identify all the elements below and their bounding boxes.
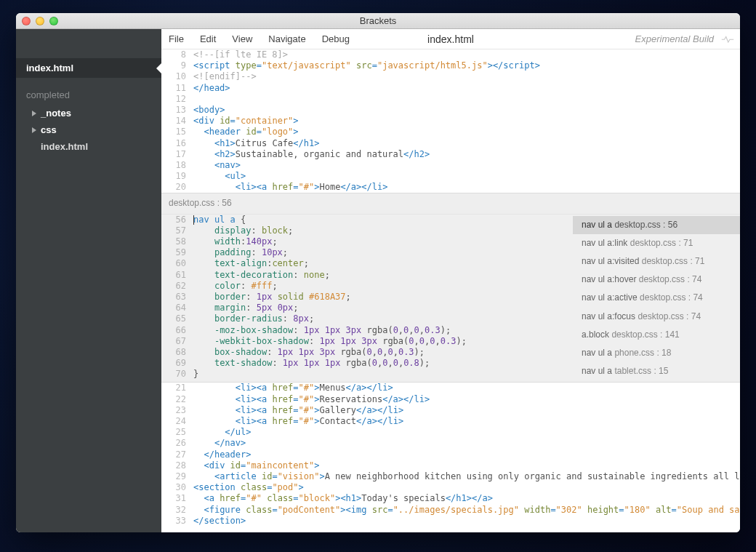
rule-location: phone.css : 18	[614, 348, 671, 358]
code-editor[interactable]: 891011121314151617181920 <!--[if lte IE …	[161, 49, 740, 532]
sidebar-item-label: index.html	[41, 141, 88, 152]
titlebar[interactable]: Brackets	[16, 13, 740, 29]
rule-item[interactable]: nav ul a:hover desktop.css : 74	[573, 271, 740, 289]
activity-icon	[721, 35, 734, 44]
code-area[interactable]: nav ul a { display: block; width:140px; …	[193, 215, 573, 383]
editor-upper[interactable]: 891011121314151617181920 <!--[if lte IE …	[161, 49, 740, 193]
menu-debug[interactable]: Debug	[322, 33, 350, 44]
sidebar-item-_notes[interactable]: _notes	[16, 105, 161, 121]
rule-item[interactable]: nav ul a:focus desktop.css : 74	[573, 308, 740, 326]
app-body: index.html completed _notescssindex.html…	[16, 29, 740, 532]
editor-lower[interactable]: 21222324252627282930313233 <li><a href="…	[161, 383, 740, 526]
sidebar-item-index-html[interactable]: index.html	[16, 138, 161, 155]
rule-location: desktop.css : 56	[614, 220, 677, 230]
rule-selector: nav ul a:active	[582, 292, 638, 303]
project-label[interactable]: completed	[16, 78, 161, 105]
rule-location: desktop.css : 71	[642, 256, 705, 266]
window-title: Brackets	[360, 15, 397, 26]
inline-editor: 565758596061626364656667686970 nav ul a …	[161, 215, 740, 383]
rule-item[interactable]: nav ul a:visited desktop.css : 71	[573, 252, 740, 271]
rule-location: desktop.css : 74	[640, 292, 703, 303]
main-pane: FileEditViewNavigateDebug index.html Exp…	[161, 29, 740, 532]
menus: FileEditViewNavigateDebug	[167, 33, 350, 44]
menu-navigate[interactable]: Navigate	[268, 33, 305, 44]
rule-selector: nav ul a:hover	[582, 274, 636, 284]
menu-file[interactable]: File	[169, 33, 184, 44]
gutter: 891011121314151617181920	[161, 49, 193, 193]
rule-location: desktop.css : 71	[630, 238, 693, 248]
sidebar: index.html completed _notescssindex.html	[16, 29, 161, 532]
menubar: FileEditViewNavigateDebug index.html Exp…	[161, 29, 740, 49]
menu-view[interactable]: View	[232, 33, 252, 44]
rule-item[interactable]: nav ul a phone.css : 18	[573, 344, 740, 362]
working-file[interactable]: index.html	[16, 58, 161, 78]
build-label: Experimental Build	[635, 33, 714, 44]
rule-item[interactable]: nav ul a:link desktop.css : 71	[573, 234, 740, 252]
rule-location: desktop.css : 74	[639, 274, 702, 284]
rule-selector: nav ul a:focus	[582, 311, 635, 321]
rule-selector: nav ul a	[582, 366, 612, 376]
rule-selector: nav ul a	[582, 348, 612, 358]
close-window-icon[interactable]	[22, 17, 31, 25]
rule-selector: a.block	[582, 329, 609, 340]
sidebar-item-css[interactable]: css	[16, 121, 161, 138]
code-area[interactable]: <!--[if lte IE 8]><script type="text/jav…	[193, 49, 740, 193]
gutter: 21222324252627282930313233	[161, 383, 193, 526]
inline-editor-header[interactable]: desktop.css : 56	[161, 193, 740, 214]
sidebar-item-label: css	[41, 124, 57, 135]
menu-edit[interactable]: Edit	[200, 33, 216, 44]
minimize-window-icon[interactable]	[36, 17, 44, 25]
rule-item[interactable]: nav ul a tablet.css : 15	[573, 362, 740, 380]
app-window: Brackets index.html completed _notescssi…	[16, 13, 740, 532]
chevron-right-icon	[32, 111, 36, 116]
rule-selector: nav ul a:link	[582, 238, 627, 248]
rule-item[interactable]: nav ul a:active desktop.css : 74	[573, 289, 740, 307]
current-file-label: index.html	[427, 33, 474, 45]
code-area[interactable]: <li><a href="#">Menus</a></li> <li><a hr…	[193, 383, 740, 526]
rule-location: desktop.css : 141	[611, 329, 679, 340]
rule-selector: nav ul a	[582, 220, 612, 230]
sidebar-item-label: _notes	[41, 108, 71, 119]
rule-item[interactable]: nav ul a desktop.css : 56	[573, 216, 740, 234]
rule-location: tablet.css : 15	[614, 366, 668, 376]
traffic-lights	[22, 17, 58, 25]
zoom-window-icon[interactable]	[49, 17, 58, 25]
rule-selector: nav ul a:visited	[582, 256, 639, 266]
rule-item[interactable]: a.block desktop.css : 141	[573, 326, 740, 344]
chevron-right-icon	[32, 127, 36, 133]
status-area: Experimental Build	[635, 33, 734, 44]
rule-location: desktop.css : 74	[638, 311, 701, 321]
gutter: 565758596061626364656667686970	[161, 215, 193, 383]
rule-list: nav ul a desktop.css : 56nav ul a:link d…	[573, 215, 740, 383]
